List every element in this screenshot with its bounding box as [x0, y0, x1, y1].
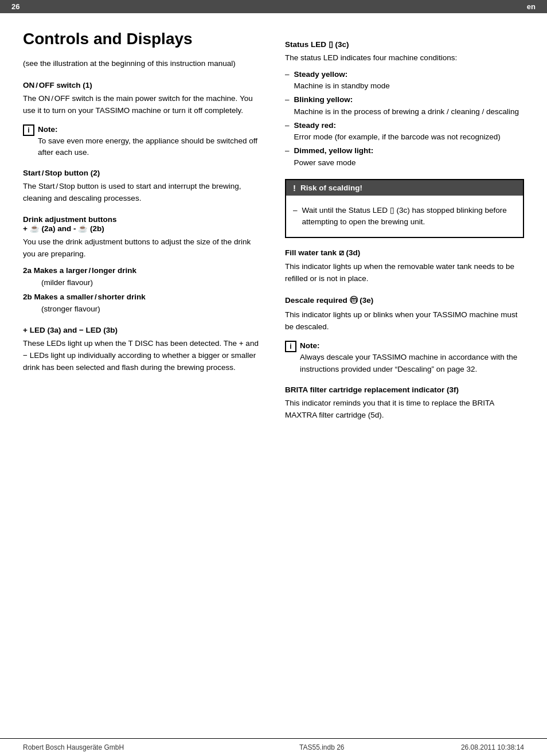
warning-exclamation: !	[293, 183, 296, 193]
note-descale-text: Always descale your TASSIMO machine in a…	[300, 353, 517, 373]
main-content: Controls and Displays (see the illustrat…	[0, 13, 547, 438]
note-icon: i	[23, 124, 34, 136]
language-code: en	[527, 2, 536, 11]
status-led-intro: The status LED indicates four machine co…	[285, 52, 524, 64]
drink-adjustment-body: You use the drink adjustment buttons to …	[23, 236, 262, 260]
led-body: These LEDs light up when the T DISC has …	[23, 338, 262, 374]
page-number: 26	[11, 2, 19, 11]
note-descale-label: Note:	[300, 341, 320, 350]
note-descale-content: Note: Always descale your TASSIMO machin…	[300, 340, 524, 375]
list-item: – Dimmed, yellow light: Power save mode	[285, 145, 524, 169]
warning-list-item: – Wait until the Status LED ▯ (3c) has s…	[293, 205, 516, 228]
footer-file-info: TAS55.indb 26 26.08.2011 10:38:14	[299, 743, 524, 751]
on-off-body: The ON / OFF switch is the main power sw…	[23, 93, 262, 117]
intro-text: (see the illustration at the beginning o…	[23, 58, 262, 69]
note-energy-text: To save even more energy, the appliance …	[38, 137, 257, 157]
footer: Robert Bosch Hausgeräte GmbH TAS55.indb …	[0, 738, 547, 756]
list-item: – Steady red: Error mode (for example, i…	[285, 120, 524, 143]
right-column: Status LED ▯ (3c) The status LED indicat…	[279, 29, 524, 426]
warning-header: ! Risk of scalding!	[286, 180, 523, 196]
descale-heading: Descale required ⓜ (3e)	[285, 295, 524, 306]
note-energy-content: Note: To save even more energy, the appl…	[38, 124, 262, 159]
drink-adjustment-heading: Drink adjustment buttons + ☕ (2a) and - …	[23, 215, 262, 233]
led-3a-3b-section: + LED (3a) and − LED (3b) These LEDs lig…	[23, 326, 262, 374]
led-heading: + LED (3a) and − LED (3b)	[23, 326, 262, 334]
descale-body: This indicator lights up or blinks when …	[285, 309, 524, 333]
brita-body: This indicator reminds you that it is ti…	[285, 398, 524, 422]
drink-2a: 2a Makes a larger / longer drink (milder…	[23, 265, 262, 289]
page-title: Controls and Displays	[23, 29, 262, 49]
status-led-heading: Status LED ▯ (3c)	[285, 40, 524, 49]
on-off-heading: ON / OFF switch (1)	[23, 81, 262, 89]
header-bar: 26 en	[0, 0, 547, 13]
warning-title: Risk of scalding!	[300, 184, 362, 192]
drink-2b: 2b Makes a smaller / shorter drink (stro…	[23, 291, 262, 315]
start-stop-heading: Start / Stop button (2)	[23, 169, 262, 177]
warning-list: – Wait until the Status LED ▯ (3c) has s…	[293, 205, 516, 228]
drink-adjustment-section: Drink adjustment buttons + ☕ (2a) and - …	[23, 215, 262, 315]
note-descale-icon: i	[285, 341, 296, 352]
footer-company: Robert Bosch Hausgeräte GmbH	[23, 743, 124, 751]
note-label: Note:	[38, 125, 58, 134]
list-item: – Steady yellow: Machine is in standby m…	[285, 69, 524, 92]
note-descale-box: i Note: Always descale your TASSIMO mach…	[285, 340, 524, 375]
left-column: Controls and Displays (see the illustrat…	[23, 29, 279, 426]
warning-body: – Wait until the Status LED ▯ (3c) has s…	[286, 196, 523, 237]
status-led-list: – Steady yellow: Machine is in standby m…	[285, 69, 524, 169]
fill-water-heading: Fill water tank ⧄ (3d)	[285, 248, 524, 258]
fill-water-body: This indicator lights up when the remova…	[285, 261, 524, 285]
start-stop-body: The Start / Stop button is used to start…	[23, 181, 262, 205]
brita-heading: BRITA filter cartridge replacement indic…	[285, 385, 524, 394]
warning-scalding-box: ! Risk of scalding! – Wait until the Sta…	[285, 179, 524, 239]
list-item: – Blinking yellow: Machine is in the pro…	[285, 94, 524, 118]
note-energy-box: i Note: To save even more energy, the ap…	[23, 124, 262, 159]
